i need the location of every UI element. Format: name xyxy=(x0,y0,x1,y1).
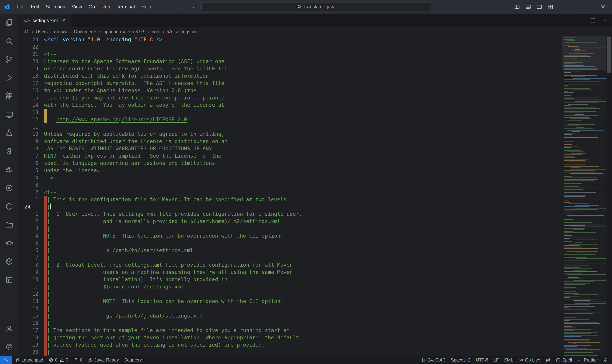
line-number[interactable]: 22 xyxy=(18,43,44,51)
line-number[interactable]: 7 xyxy=(18,152,44,159)
remote-indicator[interactable] xyxy=(0,356,12,364)
line-number[interactable]: 6 xyxy=(18,159,44,167)
highlight-toggle-status[interactable] xyxy=(543,356,553,364)
forward-button[interactable]: → xyxy=(187,0,197,13)
line-number[interactable]: 8 xyxy=(18,261,44,269)
code-line[interactable]: 18| getting the most out of your Maven i… xyxy=(18,334,562,341)
code-line[interactable]: 7KIND, either express or implied. See th… xyxy=(18,152,562,159)
code-line[interactable]: 8| 2. Global Level. This settings.xml fi… xyxy=(18,261,562,269)
editor-scrollbar[interactable] xyxy=(606,36,612,356)
code-text[interactable]: | NOTE: This location can be overridden … xyxy=(44,232,562,239)
code-line[interactable]: 7| xyxy=(18,254,562,261)
jupyter-icon[interactable] xyxy=(0,234,18,252)
code-text[interactable]: | 1. User Level. This settings.xml file … xyxy=(44,210,562,218)
line-number[interactable]: 6 xyxy=(18,247,44,254)
close-button[interactable]: ✕ xyxy=(594,0,612,13)
code-line[interactable]: 4| NOTE: This location can be overridden… xyxy=(18,232,562,239)
code-text[interactable]: Licensed to the Apache Software Foundati… xyxy=(44,58,562,65)
line-number[interactable]: 10 xyxy=(18,276,44,283)
line-number[interactable]: 2 xyxy=(18,189,44,196)
code-text[interactable]: | xyxy=(44,349,562,356)
code-line[interactable]: 11| ${maven.conf}/settings.xml. xyxy=(18,283,562,290)
code-text[interactable]: | values (values used when the setting i… xyxy=(44,341,562,349)
line-number[interactable]: 18 xyxy=(18,72,44,79)
breadcrumb-file[interactable]: settings.xml xyxy=(174,29,199,34)
problems-status[interactable]: 0 0 xyxy=(46,356,71,364)
code-line[interactable]: 5under the License. xyxy=(18,167,562,174)
code-line[interactable]: 13| NOTE: This location can be overridde… xyxy=(18,298,562,305)
breadcrumb-documents[interactable]: Documents xyxy=(74,29,97,34)
gradle-icon[interactable] xyxy=(0,179,18,197)
menu-run[interactable]: Run xyxy=(98,0,113,13)
breadcrumb-users[interactable]: Users xyxy=(36,29,48,34)
remote-explorer-icon[interactable] xyxy=(0,105,18,124)
code-line[interactable]: 13 xyxy=(18,109,562,116)
command-center-search[interactable]: translator_java xyxy=(201,2,431,11)
sourcery-icon[interactable] xyxy=(0,197,18,216)
code-line[interactable]: 18distributed with this work for additio… xyxy=(18,72,562,79)
code-line[interactable]: 12 http://www.apache.org/licenses/LICENS… xyxy=(18,116,562,123)
code-line[interactable]: 6specific language governing permissions… xyxy=(18,159,562,167)
code-line[interactable]: 21<!-- xyxy=(18,51,562,58)
breadcrumb-apache-maven[interactable]: apache-maven-3.9.9 xyxy=(104,29,146,34)
testing-icon[interactable] xyxy=(0,124,18,142)
line-number[interactable]: 3 xyxy=(18,181,44,189)
minimap[interactable] xyxy=(562,36,606,356)
code-line[interactable]: 1| 1. User Level. This settings.xml file… xyxy=(18,210,562,218)
menu-selection[interactable]: Selection xyxy=(42,0,68,13)
code-text[interactable]: Unless required by applicable law or agr… xyxy=(44,130,562,138)
line-number[interactable]: 11 xyxy=(18,283,44,290)
menu-help[interactable]: Help xyxy=(138,0,154,13)
code-text[interactable]: to you under the Apache License, Version… xyxy=(44,87,562,94)
code-line[interactable]: 2<!-- xyxy=(18,189,562,196)
project-manager-icon[interactable] xyxy=(0,216,18,234)
code-text[interactable]: "AS IS" BASIS, WITHOUT WARRANTIES OR CON… xyxy=(44,145,562,152)
code-line[interactable]: 19| values (values used when the setting… xyxy=(18,341,562,349)
code-line[interactable]: 16to you under the Apache License, Versi… xyxy=(18,87,562,94)
line-number[interactable]: 7 xyxy=(18,254,44,261)
code-line[interactable]: 1| This is the configuration file for Ma… xyxy=(18,196,562,203)
code-line[interactable]: 10| installation). It's normally provide… xyxy=(18,276,562,283)
code-text[interactable]: KIND, either express or implied. See the… xyxy=(44,152,562,159)
code-line[interactable]: 20Licensed to the Apache Software Founda… xyxy=(18,58,562,65)
line-number[interactable]: 1 xyxy=(18,196,44,203)
line-number[interactable]: 13 xyxy=(18,298,44,305)
explorer-icon[interactable] xyxy=(0,13,18,32)
menu-file[interactable]: File xyxy=(13,0,27,13)
back-button[interactable]: ← xyxy=(175,0,185,13)
code-line[interactable]: 22 xyxy=(18,43,562,51)
code-text[interactable]: | NOTE: This location can be overridden … xyxy=(44,298,562,305)
code-text[interactable]: with the License. You may obtain a copy … xyxy=(44,101,562,109)
code-text[interactable]: http://www.apache.org/licenses/LICENSE-2… xyxy=(44,116,562,123)
line-number[interactable]: 18 xyxy=(18,334,44,341)
code-text[interactable]: or more contributor license agreements. … xyxy=(44,65,562,72)
spell-checker-status[interactable]: Spell xyxy=(553,356,575,364)
code-text[interactable] xyxy=(44,181,562,189)
maximize-button[interactable] xyxy=(576,0,594,13)
code-text[interactable]: --> xyxy=(44,174,562,181)
line-number[interactable]: 21 xyxy=(18,51,44,58)
menu-edit[interactable]: Edit xyxy=(27,0,42,13)
code-text[interactable]: specific language governing permissions … xyxy=(44,159,562,167)
line-number[interactable]: 12 xyxy=(18,116,44,123)
code-text[interactable]: | getting the most out of your Maven ins… xyxy=(44,334,562,341)
more-actions-icon[interactable]: ⋯ xyxy=(599,16,609,25)
accounts-icon[interactable] xyxy=(0,319,18,338)
code-line[interactable]: 5| xyxy=(18,239,562,247)
launchpad-status[interactable]: Launchpad xyxy=(12,356,46,364)
minimize-button[interactable]: ─ xyxy=(558,0,576,13)
code-text[interactable]: distributed with this work for additiona… xyxy=(44,72,562,79)
code-line[interactable]: 19or more contributor license agreements… xyxy=(18,65,562,72)
docker-icon[interactable] xyxy=(0,160,18,179)
line-number[interactable]: 2 xyxy=(18,218,44,225)
split-editor-icon[interactable] xyxy=(588,16,598,25)
code-text[interactable]: <!-- xyxy=(44,51,562,58)
line-number[interactable]: 19 xyxy=(18,65,44,72)
menu-terminal[interactable]: Terminal xyxy=(113,0,138,13)
eol-status[interactable]: LF xyxy=(491,356,501,364)
code-line[interactable]: 6| -s /path/to/user/settings.xml xyxy=(18,247,562,254)
ports-status[interactable]: 0 xyxy=(71,356,85,364)
maven-icon[interactable] xyxy=(0,252,18,271)
line-number[interactable]: 4 xyxy=(18,174,44,181)
breadcrumb-meowr[interactable]: meowr xyxy=(54,29,68,34)
